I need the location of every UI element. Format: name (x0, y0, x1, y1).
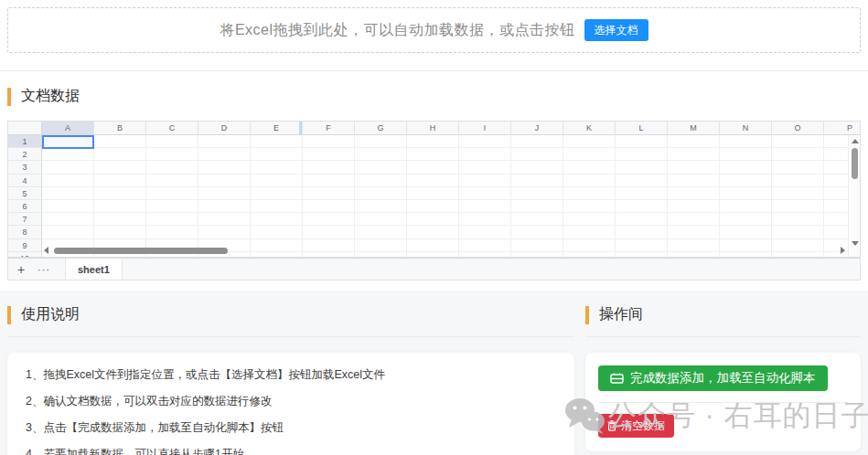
cell-J7[interactable] (511, 213, 563, 226)
cell-E5[interactable] (251, 187, 303, 200)
cell-M8[interactable] (668, 226, 720, 238)
cell-F3[interactable] (303, 161, 355, 174)
cell-M1[interactable] (668, 135, 720, 148)
cell-L2[interactable] (616, 148, 668, 161)
row-header-7[interactable]: 7 (8, 213, 42, 226)
cell-C3[interactable] (146, 161, 198, 174)
cell-G6[interactable] (355, 200, 407, 213)
cell-A8[interactable] (42, 226, 94, 238)
cell-B4[interactable] (94, 175, 146, 187)
cell-K6[interactable] (563, 200, 616, 213)
choose-file-button[interactable]: 选择文档 (584, 19, 648, 41)
cell-D2[interactable] (198, 148, 251, 161)
cell-N8[interactable] (720, 226, 772, 238)
cell-K2[interactable] (563, 148, 616, 161)
add-sheet-button[interactable]: + (8, 259, 34, 280)
cell-O8[interactable] (772, 226, 824, 238)
cell-O5[interactable] (772, 187, 824, 200)
cell-K8[interactable] (563, 226, 616, 238)
cell-G3[interactable] (355, 161, 407, 174)
cell-D4[interactable] (198, 175, 251, 187)
cell-D3[interactable] (198, 161, 251, 174)
cell-A7[interactable] (42, 213, 94, 226)
cell-G5[interactable] (355, 187, 407, 200)
cell-E3[interactable] (251, 161, 303, 174)
cell-J1[interactable] (511, 135, 563, 148)
cell-B3[interactable] (94, 161, 146, 174)
cell-B5[interactable] (94, 187, 146, 200)
cell-E8[interactable] (251, 226, 303, 238)
cell-F5[interactable] (303, 187, 355, 200)
cell-K7[interactable] (563, 213, 616, 226)
column-header-F[interactable]: F (303, 122, 355, 135)
cell-H6[interactable] (407, 200, 459, 213)
cell-K3[interactable] (563, 161, 616, 174)
cell-C7[interactable] (146, 213, 198, 226)
cell-O2[interactable] (772, 148, 824, 161)
column-header-G[interactable]: G (355, 122, 407, 135)
cell-C4[interactable] (146, 175, 198, 187)
row-header-1[interactable]: 1 (8, 135, 42, 148)
clear-data-button[interactable]: 清空数据 (598, 414, 674, 438)
cell-F8[interactable] (303, 226, 355, 238)
row-header-5[interactable]: 5 (8, 187, 42, 200)
cell-N5[interactable] (720, 187, 772, 200)
grid-corner-cell[interactable] (8, 122, 42, 135)
cell-I7[interactable] (459, 213, 511, 226)
row-header-3[interactable]: 3 (8, 161, 42, 174)
cell-J2[interactable] (511, 148, 563, 161)
cell-I5[interactable] (459, 187, 511, 200)
cell-I1[interactable] (459, 135, 511, 148)
cell-F4[interactable] (303, 175, 355, 187)
cell-J5[interactable] (511, 187, 563, 200)
row-header-2[interactable]: 2 (8, 148, 42, 161)
cell-G7[interactable] (355, 213, 407, 226)
cell-C8[interactable] (146, 226, 198, 238)
sheet-tab-sheet1[interactable]: sheet1 (65, 259, 123, 280)
cell-J8[interactable] (511, 226, 563, 238)
cell-N6[interactable] (720, 200, 772, 213)
sheet-menu-button[interactable]: ··· (34, 259, 54, 280)
cell-H4[interactable] (407, 175, 459, 187)
column-header-A[interactable]: A (42, 122, 94, 135)
cell-B2[interactable] (94, 148, 146, 161)
cell-C2[interactable] (146, 148, 198, 161)
cell-D5[interactable] (198, 187, 251, 200)
cell-D7[interactable] (198, 213, 251, 226)
cell-A4[interactable] (42, 175, 94, 187)
cell-L5[interactable] (616, 187, 668, 200)
row-header-6[interactable]: 6 (8, 200, 42, 213)
column-header-E[interactable]: E (251, 122, 303, 135)
cell-M6[interactable] (668, 200, 720, 213)
cell-H3[interactable] (407, 161, 459, 174)
row-header-4[interactable]: 4 (8, 175, 42, 187)
cell-I4[interactable] (459, 175, 511, 187)
cell-M5[interactable] (668, 187, 720, 200)
column-header-N[interactable]: N (720, 122, 772, 135)
cell-I2[interactable] (459, 148, 511, 161)
cell-G4[interactable] (355, 175, 407, 187)
cell-E2[interactable] (251, 148, 303, 161)
cell-I3[interactable] (459, 161, 511, 174)
cell-C1[interactable] (146, 135, 198, 148)
cell-H7[interactable] (407, 213, 459, 226)
cell-D8[interactable] (198, 226, 251, 238)
cell-N3[interactable] (720, 161, 772, 174)
scroll-left-icon[interactable] (44, 247, 48, 254)
cell-L1[interactable] (616, 135, 668, 148)
column-header-C[interactable]: C (146, 122, 198, 135)
column-header-K[interactable]: K (563, 122, 616, 135)
cell-L6[interactable] (616, 200, 668, 213)
scroll-down-icon[interactable] (852, 241, 859, 246)
cell-M7[interactable] (668, 213, 720, 226)
vertical-scrollbar[interactable] (848, 135, 860, 257)
cell-M2[interactable] (668, 148, 720, 161)
cell-N1[interactable] (720, 135, 772, 148)
column-header-O[interactable]: O (772, 122, 824, 135)
cell-F1[interactable] (303, 135, 355, 148)
cell-N4[interactable] (720, 175, 772, 187)
cell-K4[interactable] (563, 175, 616, 187)
cell-G2[interactable] (355, 148, 407, 161)
column-header-I[interactable]: I (459, 122, 511, 135)
horizontal-scrollbar[interactable] (44, 247, 845, 254)
